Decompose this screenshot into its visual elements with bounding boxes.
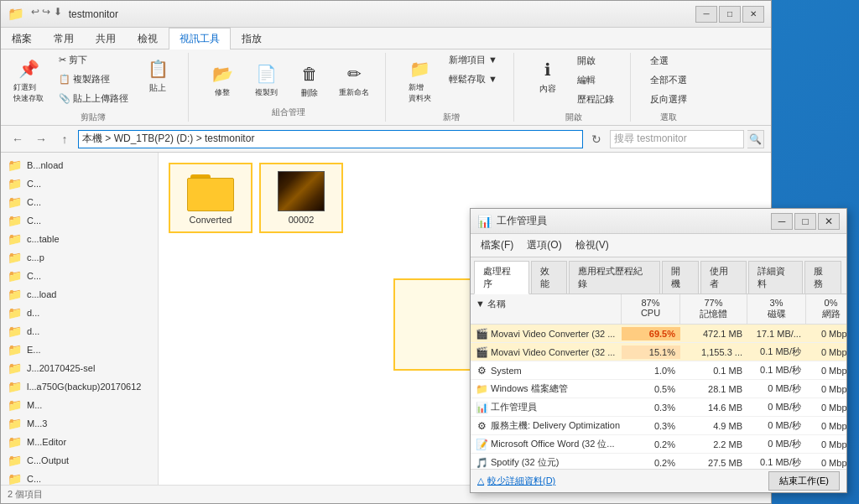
sidebar-item-6[interactable]: 📁 C... <box>1 267 158 285</box>
sidebar-item-14[interactable]: 📁 M...3 <box>1 414 158 433</box>
sidebar-item-17[interactable]: 📁 C... <box>1 470 158 485</box>
copy-to-button[interactable]: 📄 複製到 <box>246 56 286 103</box>
process-name-delivery: ⚙ 服務主機: Delivery Optimization <box>471 418 622 434</box>
tab-details[interactable]: 詳細資料 <box>748 261 804 294</box>
sidebar-label: c...load <box>27 289 56 299</box>
address-path-text: 本機 > WD_1TB(P2) (D:) > testmonitor <box>82 132 254 146</box>
cut-button[interactable]: ✂ 剪下 <box>53 51 134 69</box>
ribbon-group-open: ℹ 內容 開啟 編輯 歷程記錄 開啟 <box>528 53 631 122</box>
file-item-converted[interactable]: Converted <box>169 163 252 233</box>
minimize-button[interactable]: ─ <box>695 6 717 23</box>
paste-button[interactable]: 📋 貼上 <box>138 51 178 108</box>
sidebar-item-12[interactable]: 📁 l...a750G(backup)20170612 <box>1 377 158 396</box>
move-to-button[interactable]: 📂 修整 <box>202 56 242 103</box>
sidebar-item-5[interactable]: 📁 c...p <box>1 248 158 267</box>
tab-app-history[interactable]: 應用程式歷程紀錄 <box>569 261 660 294</box>
new-item-button[interactable]: 新增項目 ▼ <box>443 51 503 69</box>
tab-video-tools[interactable]: 視訊工具 <box>169 28 231 49</box>
tab-users[interactable]: 使用者 <box>700 261 747 294</box>
sidebar-item-2[interactable]: 📁 C... <box>1 193 158 211</box>
taskman-minimize-button[interactable]: ─ <box>771 213 793 230</box>
menu-view[interactable]: 檢視(V) <box>569 236 616 255</box>
address-path[interactable]: 本機 > WD_1TB(P2) (D:) > testmonitor <box>78 130 583 148</box>
sidebar-item-0[interactable]: 📁 B...nload <box>1 156 158 174</box>
quick-access-icons: ↩ ↪ ⬇ <box>31 6 62 22</box>
process-row-word[interactable]: 📝 Microsoft Office Word (32 位... 0.2% 2.… <box>471 435 846 454</box>
tab-file[interactable]: 檔案 <box>1 28 43 49</box>
properties-icon: ℹ <box>534 56 561 83</box>
sidebar-wrapper: 📁 B...nload 📁 C... 📁 C... 📁 C... <box>1 153 159 485</box>
sidebar-item-9[interactable]: 📁 d... <box>1 322 158 340</box>
copy-path-button[interactable]: 📋 複製路徑 <box>53 70 134 88</box>
sidebar-item-4[interactable]: 📁 c...table <box>1 230 158 248</box>
pin-button[interactable]: 📌 釘選到快速存取 <box>8 51 49 108</box>
history-button[interactable]: 歷程記錄 <box>571 91 620 108</box>
close-button[interactable]: ✕ <box>742 6 764 23</box>
process-row-spotify[interactable]: 🎵 Spotify (32 位元) 0.2% 27.5 MB 0.1 MB/秒 … <box>471 454 846 469</box>
header-memory[interactable]: 77%記憶體 <box>680 294 747 324</box>
sidebar-item-8[interactable]: 📁 d... <box>1 304 158 322</box>
sidebar-label: M...Editor <box>27 437 66 447</box>
tab-view[interactable]: 檢視 <box>127 28 169 49</box>
process-row-taskman[interactable]: 📊 工作管理員 0.3% 14.6 MB 0 MB/秒 0 Mbps <box>471 398 846 417</box>
delete-button[interactable]: 🗑 刪除 <box>289 56 330 103</box>
tab-performance[interactable]: 效能 <box>531 261 568 294</box>
process-row-explorer[interactable]: 📁 Windows 檔案總管 0.5% 28.1 MB 0 MB/秒 0 Mbp… <box>471 380 846 398</box>
less-details-link[interactable]: △ 較少詳細資料(D) <box>477 475 555 487</box>
tab-processes[interactable]: 處理程序 <box>474 261 529 294</box>
process-row-delivery[interactable]: ⚙ 服務主機: Delivery Optimization 0.3% 4.9 M… <box>471 417 846 435</box>
process-network-taskman: 0 Mbps <box>806 401 846 414</box>
back-button[interactable]: ← <box>8 129 28 149</box>
tab-startup[interactable]: 開機 <box>662 261 699 294</box>
easy-access-button[interactable]: 輕鬆存取 ▼ <box>443 70 503 88</box>
folder-icon: 📁 <box>8 306 22 320</box>
properties-label: 內容 <box>539 83 556 95</box>
file-item-00002[interactable]: 00002 <box>259 163 343 233</box>
sidebar-item-1[interactable]: 📁 C... <box>1 174 158 193</box>
sidebar-item-15[interactable]: 📁 M...Editor <box>1 433 158 451</box>
header-cpu[interactable]: 87%CPU <box>622 294 680 324</box>
folder-body <box>187 178 234 211</box>
taskman-close-button[interactable]: ✕ <box>818 213 840 230</box>
menu-file[interactable]: 檔案(F) <box>474 236 520 255</box>
properties-button[interactable]: ℹ 內容 <box>528 52 568 108</box>
forward-button[interactable]: → <box>31 129 51 149</box>
sidebar-item-11[interactable]: 📁 J...20170425-sel <box>1 359 158 377</box>
header-network[interactable]: 0%網路 <box>806 294 846 324</box>
paste-shortcut-button[interactable]: 📎 貼上上傳路徑 <box>53 90 134 107</box>
sidebar-item-13[interactable]: 📁 M... <box>1 396 158 414</box>
open-button[interactable]: 開啟 <box>571 52 620 70</box>
header-name[interactable]: ▼ 名稱 <box>471 294 622 324</box>
ribbon-group-new: 📁 新增資料夾 新增項目 ▼ 輕鬆存取 ▼ 新增 <box>399 53 514 122</box>
sidebar-item-3[interactable]: 📁 C... <box>1 211 158 230</box>
tab-share[interactable]: 共用 <box>85 28 127 49</box>
maximize-button[interactable]: □ <box>719 6 741 23</box>
process-row-0[interactable]: 🎬 Movavi Video Converter (32 ... 69.5% 4… <box>471 325 846 343</box>
tab-services[interactable]: 服務 <box>804 261 841 294</box>
edit-button[interactable]: 編輯 <box>571 71 620 89</box>
taskman-maximize-button[interactable]: □ <box>794 213 816 230</box>
sidebar-item-7[interactable]: 📁 c...load <box>1 285 158 304</box>
sort-arrow: ▼ <box>476 299 487 309</box>
select-all-button[interactable]: 全選 <box>644 52 693 70</box>
sidebar-label: B...nload <box>27 160 63 170</box>
process-row-1[interactable]: 🎬 Movavi Video Converter (32 ... 15.1% 1… <box>471 343 846 361</box>
process-row-system[interactable]: ⚙ System 1.0% 0.1 MB 0.1 MB/秒 0 Mbps <box>471 361 846 380</box>
up-button[interactable]: ↑ <box>55 129 75 149</box>
refresh-button[interactable]: ↻ <box>586 129 607 149</box>
header-disk[interactable]: 3%磁碟 <box>747 294 806 324</box>
end-task-button[interactable]: 結束工作(E) <box>768 471 840 491</box>
select-none-button[interactable]: 全部不選 <box>644 71 693 89</box>
sidebar-item-10[interactable]: 📁 E... <box>1 340 158 359</box>
tab-playback[interactable]: 指放 <box>231 28 273 49</box>
search-box[interactable]: 搜尋 testmonitor <box>610 130 744 148</box>
sidebar-item-16[interactable]: 📁 C...Output <box>1 451 158 470</box>
new-buttons: 📁 新增資料夾 新增項目 ▼ 輕鬆存取 ▼ <box>399 51 503 108</box>
rename-button[interactable]: ✏ 重新命名 <box>333 56 375 103</box>
taskman-table[interactable]: ▼ 名稱 87%CPU 77%記憶體 3%磁碟 0%網路 🎬 Movavi Vi… <box>471 294 846 469</box>
invert-selection-button[interactable]: 反向選擇 <box>644 91 693 108</box>
menu-options[interactable]: 選項(O) <box>520 236 568 255</box>
tab-home[interactable]: 常用 <box>43 28 85 49</box>
folder-icon: 📁 <box>8 269 22 283</box>
new-folder-button[interactable]: 📁 新增資料夾 <box>399 51 440 108</box>
